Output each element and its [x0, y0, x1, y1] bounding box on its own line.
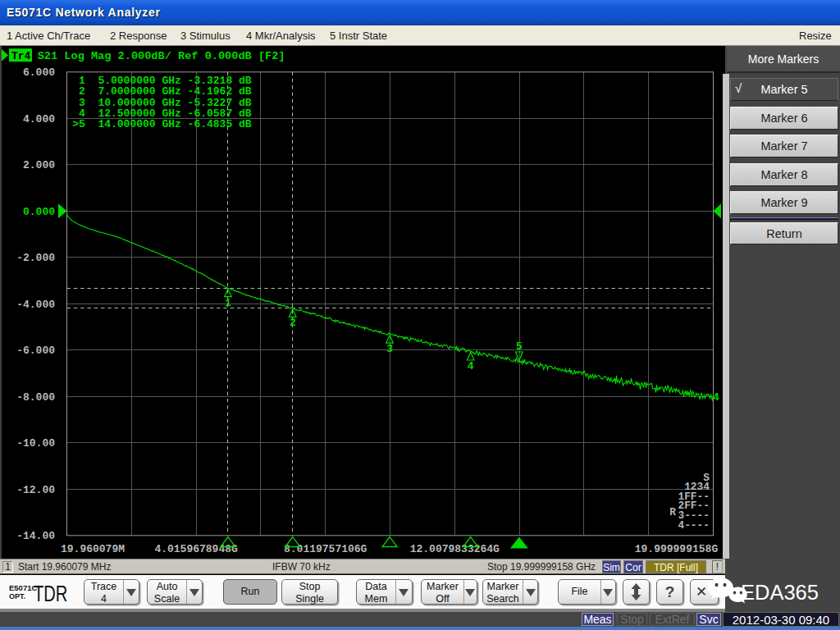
svg-text:-10.00: -10.00: [16, 437, 55, 450]
svg-text:19.999999158G: 19.999999158G: [635, 543, 719, 555]
svg-text:4: 4: [713, 391, 719, 404]
svg-text:0.000: 0.000: [23, 206, 55, 218]
svg-text:4.000: 4.000: [23, 113, 55, 126]
svg-text:3: 3: [386, 343, 393, 355]
svg-text:5: 5: [516, 340, 523, 353]
svg-text:-12.00: -12.00: [16, 484, 55, 496]
svg-text:4----: 4----: [678, 519, 709, 532]
svg-text:4.0159678948G: 4.0159678948G: [154, 543, 238, 555]
svg-text:19.960079M: 19.960079M: [61, 543, 125, 555]
svg-text:S21 Log Mag 2.000dB/ Ref 0.000: S21 Log Mag 2.000dB/ Ref 0.000dB [F2]: [38, 50, 285, 62]
svg-text:2: 2: [290, 317, 296, 329]
svg-text:-6.000: -6.000: [16, 345, 55, 357]
svg-text:6.000: 6.000: [23, 66, 55, 79]
svg-text:1: 1: [225, 297, 231, 309]
svg-text:-2.000: -2.000: [16, 252, 55, 264]
svg-text:-4.000: -4.000: [16, 299, 55, 311]
svg-text:4: 4: [468, 360, 474, 372]
svg-text:8.0119757106G: 8.0119757106G: [284, 543, 368, 555]
svg-text:-8.000: -8.000: [16, 391, 55, 404]
svg-text:14.000000 GHz -6.4835 dB: 14.000000 GHz -6.4835 dB: [98, 118, 251, 130]
svg-text:EDA365: EDA365: [741, 581, 819, 604]
svg-text:12.0079833264G: 12.0079833264G: [410, 543, 500, 555]
svg-text:2.000: 2.000: [23, 159, 55, 171]
svg-text:R: R: [669, 506, 676, 518]
svg-text:>5: >5: [72, 118, 85, 130]
svg-text:Tr4: Tr4: [11, 50, 31, 62]
svg-text:-14.00: -14.00: [16, 530, 55, 542]
